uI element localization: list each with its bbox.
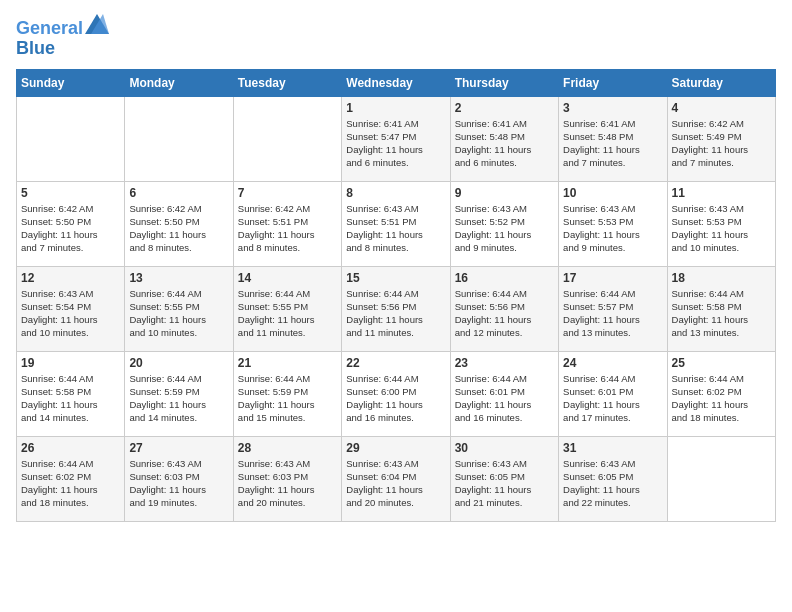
day-info: Sunrise: 6:43 AM Sunset: 5:51 PM Dayligh… — [346, 202, 445, 255]
day-number: 30 — [455, 441, 554, 455]
day-number: 9 — [455, 186, 554, 200]
day-number: 15 — [346, 271, 445, 285]
calendar-cell: 5Sunrise: 6:42 AM Sunset: 5:50 PM Daylig… — [17, 181, 125, 266]
day-number: 17 — [563, 271, 662, 285]
calendar-cell: 12Sunrise: 6:43 AM Sunset: 5:54 PM Dayli… — [17, 266, 125, 351]
day-info: Sunrise: 6:44 AM Sunset: 5:56 PM Dayligh… — [455, 287, 554, 340]
calendar-cell: 13Sunrise: 6:44 AM Sunset: 5:55 PM Dayli… — [125, 266, 233, 351]
day-number: 8 — [346, 186, 445, 200]
calendar-header: SundayMondayTuesdayWednesdayThursdayFrid… — [17, 69, 776, 96]
day-number: 3 — [563, 101, 662, 115]
day-info: Sunrise: 6:44 AM Sunset: 5:57 PM Dayligh… — [563, 287, 662, 340]
day-number: 13 — [129, 271, 228, 285]
calendar-cell: 11Sunrise: 6:43 AM Sunset: 5:53 PM Dayli… — [667, 181, 775, 266]
day-number: 18 — [672, 271, 771, 285]
day-number: 14 — [238, 271, 337, 285]
logo-icon — [85, 14, 109, 34]
day-number: 22 — [346, 356, 445, 370]
calendar-cell: 29Sunrise: 6:43 AM Sunset: 6:04 PM Dayli… — [342, 436, 450, 521]
calendar-cell: 7Sunrise: 6:42 AM Sunset: 5:51 PM Daylig… — [233, 181, 341, 266]
day-number: 12 — [21, 271, 120, 285]
calendar-cell: 28Sunrise: 6:43 AM Sunset: 6:03 PM Dayli… — [233, 436, 341, 521]
calendar-cell — [125, 96, 233, 181]
day-number: 25 — [672, 356, 771, 370]
calendar-week-row: 19Sunrise: 6:44 AM Sunset: 5:58 PM Dayli… — [17, 351, 776, 436]
weekday-header: Thursday — [450, 69, 558, 96]
day-number: 26 — [21, 441, 120, 455]
weekday-header: Sunday — [17, 69, 125, 96]
day-number: 21 — [238, 356, 337, 370]
day-info: Sunrise: 6:43 AM Sunset: 5:52 PM Dayligh… — [455, 202, 554, 255]
calendar-cell — [667, 436, 775, 521]
page-header: General Blue — [16, 16, 776, 59]
day-number: 11 — [672, 186, 771, 200]
day-info: Sunrise: 6:44 AM Sunset: 6:01 PM Dayligh… — [563, 372, 662, 425]
calendar-week-row: 12Sunrise: 6:43 AM Sunset: 5:54 PM Dayli… — [17, 266, 776, 351]
day-number: 2 — [455, 101, 554, 115]
weekday-header: Wednesday — [342, 69, 450, 96]
calendar-cell: 25Sunrise: 6:44 AM Sunset: 6:02 PM Dayli… — [667, 351, 775, 436]
calendar-cell: 31Sunrise: 6:43 AM Sunset: 6:05 PM Dayli… — [559, 436, 667, 521]
day-number: 29 — [346, 441, 445, 455]
calendar-cell: 22Sunrise: 6:44 AM Sunset: 6:00 PM Dayli… — [342, 351, 450, 436]
calendar-body: 1Sunrise: 6:41 AM Sunset: 5:47 PM Daylig… — [17, 96, 776, 521]
weekday-header: Saturday — [667, 69, 775, 96]
weekday-header: Friday — [559, 69, 667, 96]
day-info: Sunrise: 6:44 AM Sunset: 5:58 PM Dayligh… — [672, 287, 771, 340]
day-number: 31 — [563, 441, 662, 455]
day-info: Sunrise: 6:44 AM Sunset: 6:01 PM Dayligh… — [455, 372, 554, 425]
calendar-cell: 26Sunrise: 6:44 AM Sunset: 6:02 PM Dayli… — [17, 436, 125, 521]
day-number: 10 — [563, 186, 662, 200]
calendar-week-row: 1Sunrise: 6:41 AM Sunset: 5:47 PM Daylig… — [17, 96, 776, 181]
calendar-cell: 16Sunrise: 6:44 AM Sunset: 5:56 PM Dayli… — [450, 266, 558, 351]
day-number: 1 — [346, 101, 445, 115]
calendar-cell: 8Sunrise: 6:43 AM Sunset: 5:51 PM Daylig… — [342, 181, 450, 266]
calendar-cell: 2Sunrise: 6:41 AM Sunset: 5:48 PM Daylig… — [450, 96, 558, 181]
day-info: Sunrise: 6:44 AM Sunset: 6:02 PM Dayligh… — [21, 457, 120, 510]
calendar-cell: 10Sunrise: 6:43 AM Sunset: 5:53 PM Dayli… — [559, 181, 667, 266]
day-info: Sunrise: 6:44 AM Sunset: 5:58 PM Dayligh… — [21, 372, 120, 425]
calendar-cell: 24Sunrise: 6:44 AM Sunset: 6:01 PM Dayli… — [559, 351, 667, 436]
day-info: Sunrise: 6:43 AM Sunset: 5:53 PM Dayligh… — [672, 202, 771, 255]
calendar-cell: 9Sunrise: 6:43 AM Sunset: 5:52 PM Daylig… — [450, 181, 558, 266]
calendar-cell: 18Sunrise: 6:44 AM Sunset: 5:58 PM Dayli… — [667, 266, 775, 351]
calendar-cell: 3Sunrise: 6:41 AM Sunset: 5:48 PM Daylig… — [559, 96, 667, 181]
calendar-cell: 1Sunrise: 6:41 AM Sunset: 5:47 PM Daylig… — [342, 96, 450, 181]
day-info: Sunrise: 6:42 AM Sunset: 5:51 PM Dayligh… — [238, 202, 337, 255]
day-info: Sunrise: 6:41 AM Sunset: 5:48 PM Dayligh… — [563, 117, 662, 170]
day-info: Sunrise: 6:44 AM Sunset: 5:55 PM Dayligh… — [238, 287, 337, 340]
calendar-cell — [233, 96, 341, 181]
day-number: 28 — [238, 441, 337, 455]
calendar-cell — [17, 96, 125, 181]
day-number: 19 — [21, 356, 120, 370]
calendar-cell: 30Sunrise: 6:43 AM Sunset: 6:05 PM Dayli… — [450, 436, 558, 521]
day-info: Sunrise: 6:43 AM Sunset: 6:05 PM Dayligh… — [455, 457, 554, 510]
day-info: Sunrise: 6:41 AM Sunset: 5:47 PM Dayligh… — [346, 117, 445, 170]
weekday-header: Tuesday — [233, 69, 341, 96]
day-info: Sunrise: 6:44 AM Sunset: 5:55 PM Dayligh… — [129, 287, 228, 340]
day-info: Sunrise: 6:44 AM Sunset: 5:59 PM Dayligh… — [238, 372, 337, 425]
day-number: 24 — [563, 356, 662, 370]
day-info: Sunrise: 6:44 AM Sunset: 5:59 PM Dayligh… — [129, 372, 228, 425]
calendar-cell: 23Sunrise: 6:44 AM Sunset: 6:01 PM Dayli… — [450, 351, 558, 436]
day-info: Sunrise: 6:43 AM Sunset: 6:05 PM Dayligh… — [563, 457, 662, 510]
day-number: 23 — [455, 356, 554, 370]
calendar-cell: 15Sunrise: 6:44 AM Sunset: 5:56 PM Dayli… — [342, 266, 450, 351]
day-number: 5 — [21, 186, 120, 200]
calendar-cell: 19Sunrise: 6:44 AM Sunset: 5:58 PM Dayli… — [17, 351, 125, 436]
calendar-table: SundayMondayTuesdayWednesdayThursdayFrid… — [16, 69, 776, 522]
calendar-cell: 17Sunrise: 6:44 AM Sunset: 5:57 PM Dayli… — [559, 266, 667, 351]
day-info: Sunrise: 6:41 AM Sunset: 5:48 PM Dayligh… — [455, 117, 554, 170]
calendar-week-row: 5Sunrise: 6:42 AM Sunset: 5:50 PM Daylig… — [17, 181, 776, 266]
day-number: 4 — [672, 101, 771, 115]
day-info: Sunrise: 6:42 AM Sunset: 5:50 PM Dayligh… — [21, 202, 120, 255]
day-info: Sunrise: 6:44 AM Sunset: 6:02 PM Dayligh… — [672, 372, 771, 425]
day-number: 20 — [129, 356, 228, 370]
calendar-cell: 20Sunrise: 6:44 AM Sunset: 5:59 PM Dayli… — [125, 351, 233, 436]
day-info: Sunrise: 6:43 AM Sunset: 6:03 PM Dayligh… — [129, 457, 228, 510]
day-number: 6 — [129, 186, 228, 200]
calendar-cell: 14Sunrise: 6:44 AM Sunset: 5:55 PM Dayli… — [233, 266, 341, 351]
calendar-cell: 6Sunrise: 6:42 AM Sunset: 5:50 PM Daylig… — [125, 181, 233, 266]
calendar-week-row: 26Sunrise: 6:44 AM Sunset: 6:02 PM Dayli… — [17, 436, 776, 521]
calendar-cell: 21Sunrise: 6:44 AM Sunset: 5:59 PM Dayli… — [233, 351, 341, 436]
